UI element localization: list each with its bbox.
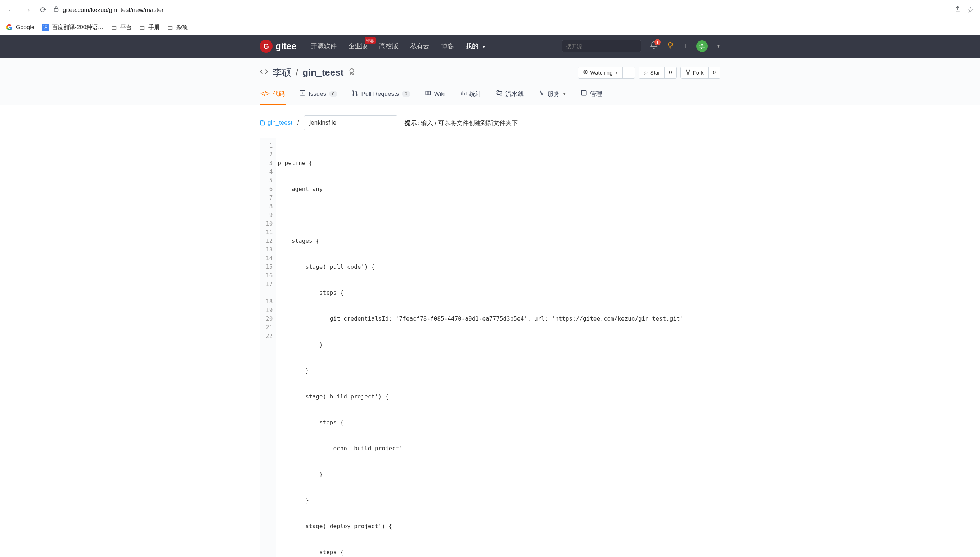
bookmarks-bar: Google 译 百度翻译-200种语… 🗀 平台 🗀 手册 🗀 杂项	[0, 20, 980, 34]
hint-text: 提示: 输入 / 可以将文件创建到新文件夹下	[405, 119, 518, 127]
svg-point-6	[687, 73, 688, 75]
repo-owner[interactable]: 李硕	[273, 66, 291, 79]
tab-issues[interactable]: Issues 0	[299, 86, 338, 105]
tab-code[interactable]: </> 代码	[260, 86, 286, 105]
gitee-logo-text: gitee	[276, 41, 296, 52]
pipeline-icon	[496, 90, 503, 98]
bookmark-google[interactable]: Google	[6, 24, 34, 31]
svg-point-3	[585, 71, 586, 73]
nav-private[interactable]: 私有云	[410, 42, 430, 50]
svg-point-10	[353, 95, 354, 96]
folder-icon: 🗀	[139, 24, 146, 31]
star-group: ☆ Star 0	[639, 67, 677, 78]
bulb-icon[interactable]	[667, 41, 674, 51]
content-area: gin_teest / 提示: 输入 / 可以将文件创建到新文件夹下 12345…	[260, 105, 720, 557]
repo-header: 李硕 / gin_teest Watching ▼ 1	[0, 58, 980, 105]
svg-point-8	[302, 93, 303, 93]
chevron-down-icon: ▼	[563, 92, 566, 96]
bookmark-star-icon[interactable]: ☆	[967, 5, 974, 15]
watching-count[interactable]: 1	[623, 67, 634, 78]
folder-icon: 🗀	[167, 24, 174, 31]
browser-toolbar: ← → ⟳ gitee.com/kezuo/gin_test/new/maste…	[0, 0, 980, 20]
svg-point-1	[668, 42, 673, 46]
folder-icon: 🗀	[111, 24, 117, 31]
watching-button[interactable]: Watching ▼	[578, 67, 623, 78]
svg-point-5	[689, 70, 690, 71]
tab-wiki[interactable]: Wiki	[424, 86, 446, 105]
search-box[interactable]	[562, 40, 641, 52]
svg-point-13	[500, 94, 502, 96]
bookmark-platform[interactable]: 🗀 平台	[111, 24, 132, 31]
nav-university[interactable]: 高校版	[379, 42, 399, 50]
svg-point-9	[353, 90, 354, 91]
notif-badge: 1	[654, 39, 660, 46]
bookmark-misc[interactable]: 🗀 杂项	[167, 24, 188, 31]
issues-icon	[299, 90, 306, 98]
bookmark-translate[interactable]: 译 百度翻译-200种语…	[42, 24, 104, 31]
nav-blog[interactable]: 博客	[441, 42, 454, 50]
repo-name[interactable]: gin_teest	[302, 67, 344, 78]
avatar[interactable]: 李	[696, 40, 708, 52]
google-icon	[6, 24, 13, 31]
code-editor[interactable]: 1234567891011121314151617 1819202122 pip…	[260, 138, 720, 557]
nav-enterprise[interactable]: 企业版 特惠	[348, 42, 368, 50]
git-url-link[interactable]: https://gitee.com/kezuo/gin_test.git	[555, 315, 680, 322]
watching-group: Watching ▼ 1	[578, 67, 635, 78]
search-input[interactable]	[566, 43, 637, 49]
url-text: gitee.com/kezuo/gin_test/new/master	[63, 7, 164, 14]
tab-services[interactable]: 服务 ▼	[537, 86, 567, 105]
share-icon[interactable]	[954, 5, 961, 15]
eye-icon	[582, 69, 588, 76]
pr-count-badge: 0	[402, 91, 410, 97]
tab-pull-requests[interactable]: Pull Requests 0	[351, 86, 411, 105]
enterprise-badge: 特惠	[365, 37, 375, 44]
svg-point-4	[686, 70, 687, 71]
nav-opensource[interactable]: 开源软件	[311, 42, 337, 50]
nav-mine[interactable]: 我的 ▼	[466, 42, 486, 50]
forward-button[interactable]: →	[22, 4, 33, 16]
medal-icon	[348, 68, 356, 78]
star-icon: ☆	[643, 70, 648, 76]
bookmark-manual[interactable]: 🗀 手册	[139, 24, 160, 31]
chevron-down-icon[interactable]: ▼	[716, 44, 720, 48]
chevron-down-icon: ▼	[482, 45, 486, 49]
filename-input[interactable]	[304, 115, 398, 130]
issues-count-badge: 0	[329, 91, 337, 97]
gitee-logo-icon: G	[260, 40, 273, 53]
stats-icon	[460, 90, 467, 98]
tab-stats[interactable]: 统计	[459, 86, 482, 105]
fork-count[interactable]: 0	[708, 67, 720, 78]
reload-button[interactable]: ⟳	[37, 4, 49, 16]
tab-pipeline[interactable]: 流水线	[495, 86, 524, 105]
services-icon	[538, 90, 545, 98]
gitee-navbar: G gitee 开源软件 企业版 特惠 高校版 私有云 博客 我的 ▼ 1	[0, 34, 980, 58]
breadcrumb: gin_teest / 提示: 输入 / 可以将文件创建到新文件夹下	[260, 115, 720, 130]
translate-icon: 译	[42, 24, 49, 31]
repo-title: 李硕 / gin_teest	[260, 66, 356, 79]
svg-rect-0	[54, 9, 58, 11]
svg-point-12	[497, 90, 499, 92]
star-count[interactable]: 0	[664, 67, 676, 78]
gitee-logo[interactable]: G gitee	[260, 40, 296, 53]
fork-icon	[685, 69, 691, 76]
address-bar[interactable]: gitee.com/kezuo/gin_test/new/master	[53, 6, 950, 14]
pr-icon	[352, 90, 358, 98]
plus-icon[interactable]: +	[683, 41, 688, 51]
svg-point-2	[350, 68, 354, 72]
fork-group: Fork 0	[680, 67, 720, 78]
chevron-down-icon: ▼	[615, 71, 618, 75]
tab-admin[interactable]: 管理	[580, 86, 603, 105]
code-brackets-icon	[260, 67, 268, 78]
star-button[interactable]: ☆ Star	[639, 67, 665, 78]
code-icon: </>	[260, 90, 270, 98]
notifications-icon[interactable]: 1	[650, 41, 658, 51]
lock-icon	[53, 6, 59, 14]
fork-button[interactable]: Fork	[681, 67, 708, 78]
admin-icon	[581, 90, 587, 98]
back-button[interactable]: ←	[6, 4, 17, 16]
line-gutter: 1234567891011121314151617 1819202122	[260, 138, 276, 557]
code-content[interactable]: pipeline { agent any stages { stage('pul…	[276, 138, 720, 557]
breadcrumb-root[interactable]: gin_teest	[260, 119, 292, 127]
wiki-icon	[425, 90, 431, 98]
svg-point-11	[356, 95, 357, 96]
